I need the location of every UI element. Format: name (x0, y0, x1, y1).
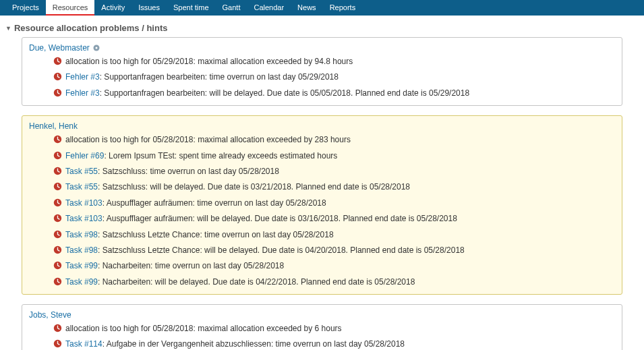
problem-line: Task #55: Satzschluss: will be delayed. … (29, 179, 615, 195)
problem-line: Task #55: Satzschluss: time overrun on l… (29, 164, 615, 179)
resource-name-link[interactable]: Due, Webmaster (29, 43, 100, 53)
problem-text: : Nacharbeiten: time overrun on last day… (98, 261, 284, 270)
section-header[interactable]: ▼ Resource allocation problems / hints (0, 16, 644, 37)
problem-text: : Satzschluss: time overrun on last day … (98, 167, 279, 176)
nav-tab-activity[interactable]: Activity (94, 0, 131, 16)
issue-link[interactable]: Task #98 (65, 245, 98, 255)
clock-icon (53, 339, 62, 348)
clock-icon (53, 261, 62, 270)
problem-text: : Satzschluss: will be delayed. Due date… (98, 182, 410, 192)
problem-line: allocation is too high for 05/29/2018: m… (29, 54, 615, 69)
issue-link[interactable]: Task #55 (65, 167, 98, 176)
problem-line: allocation is too high for 05/28/2018: m… (29, 321, 615, 337)
issue-link[interactable]: Task #99 (65, 277, 98, 287)
problem-line: Fehler #3: Supportanfragen bearbeiten: w… (29, 86, 615, 101)
clock-icon (53, 277, 62, 286)
problem-line: Task #98: Satzschluss Letzte Chance: wil… (29, 243, 615, 258)
resource-name-link[interactable]: Henkel, Henk (29, 121, 78, 131)
cards-container: Due, Webmasterallocation is too high for… (0, 37, 644, 350)
clock-icon (53, 324, 62, 332)
nav-tab-resources[interactable]: Resources (46, 0, 95, 16)
issue-link[interactable]: Task #98 (65, 230, 98, 239)
problem-text: : Auspufflager aufräumen: will be delaye… (103, 214, 457, 223)
nav-tab-spent-time[interactable]: Spent time (167, 0, 216, 16)
problem-line: Task #103: Auspufflager aufräumen: time … (29, 196, 615, 211)
problem-line: Fehler #69: Lorem Ipsum TEst: spent time… (29, 148, 615, 164)
problem-text: : Supportanfragen bearbeiten: time overr… (100, 72, 339, 82)
issue-link[interactable]: Fehler #3 (65, 88, 100, 98)
problem-line: Task #114: Aufgabe in der Vergangenheit … (29, 337, 615, 350)
resource-name-link[interactable]: Jobs, Steve (29, 310, 71, 320)
nav-tab-calendar[interactable]: Calendar (247, 0, 291, 16)
problem-line: Task #98: Satzschluss Letzte Chance: tim… (29, 227, 615, 243)
resource-card: Due, Webmasterallocation is too high for… (22, 37, 622, 106)
problem-text: : Satzschluss Letzte Chance: time overru… (98, 230, 334, 239)
top-nav: ProjectsResourcesActivityIssuesSpent tim… (0, 0, 644, 16)
problem-text: : Nacharbeiten: will be delayed. Due dat… (98, 277, 415, 287)
issue-link[interactable]: Task #99 (65, 261, 98, 270)
problem-text: allocation is too high for 05/29/2018: m… (65, 56, 353, 67)
problem-line: allocation is too high for 05/28/2018: m… (29, 132, 615, 148)
resource-card: Henkel, Henkallocation is too high for 0… (22, 115, 622, 295)
clock-icon (53, 151, 62, 160)
problem-text: : Lorem Ipsum TEst: spent time already e… (104, 151, 337, 161)
problem-line: Fehler #3: Supportanfragen bearbeiten: t… (29, 69, 615, 85)
problem-text: : Supportanfragen bearbeiten: will be de… (100, 88, 469, 98)
clock-icon (53, 88, 62, 97)
issue-link[interactable]: Fehler #3 (65, 72, 100, 82)
issue-link[interactable]: Task #103 (65, 214, 103, 223)
problem-line: Task #99: Nacharbeiten: time overrun on … (29, 258, 615, 274)
problem-text: : Auspufflager aufräumen: time overrun o… (103, 198, 326, 208)
issue-link[interactable]: Task #55 (65, 182, 98, 192)
section-title: Resource allocation problems / hints (14, 23, 168, 33)
problem-text: : Aufgabe in der Vergangenheit abzuschli… (103, 339, 405, 349)
clock-icon (53, 167, 62, 175)
nav-tab-news[interactable]: News (291, 0, 323, 16)
clock-icon (53, 72, 62, 81)
clock-icon (53, 182, 62, 191)
clock-icon (53, 230, 62, 239)
nav-tab-gantt[interactable]: Gantt (216, 0, 247, 16)
clock-icon (53, 135, 62, 144)
issue-link[interactable]: Task #114 (65, 339, 103, 349)
problem-line: Task #103: Auspufflager aufräumen: will … (29, 211, 615, 227)
admin-gear-icon (92, 44, 100, 52)
issue-link[interactable]: Fehler #69 (65, 151, 104, 161)
problem-line: Task #99: Nacharbeiten: will be delayed.… (29, 274, 615, 290)
clock-icon (53, 198, 62, 207)
clock-icon (53, 57, 62, 65)
clock-icon (53, 214, 62, 223)
nav-tab-issues[interactable]: Issues (131, 0, 167, 16)
clock-icon (53, 245, 62, 254)
problem-text: : Satzschluss Letzte Chance: will be del… (98, 245, 465, 255)
issue-link[interactable]: Task #103 (65, 198, 103, 208)
nav-tab-reports[interactable]: Reports (323, 0, 363, 16)
problem-text: allocation is too high for 05/28/2018: m… (65, 134, 351, 146)
resource-card: Jobs, Steveallocation is too high for 05… (22, 304, 622, 350)
collapse-icon[interactable]: ▼ (5, 25, 11, 32)
problem-text: allocation is too high for 05/28/2018: m… (65, 323, 342, 334)
nav-tab-projects[interactable]: Projects (5, 0, 46, 16)
